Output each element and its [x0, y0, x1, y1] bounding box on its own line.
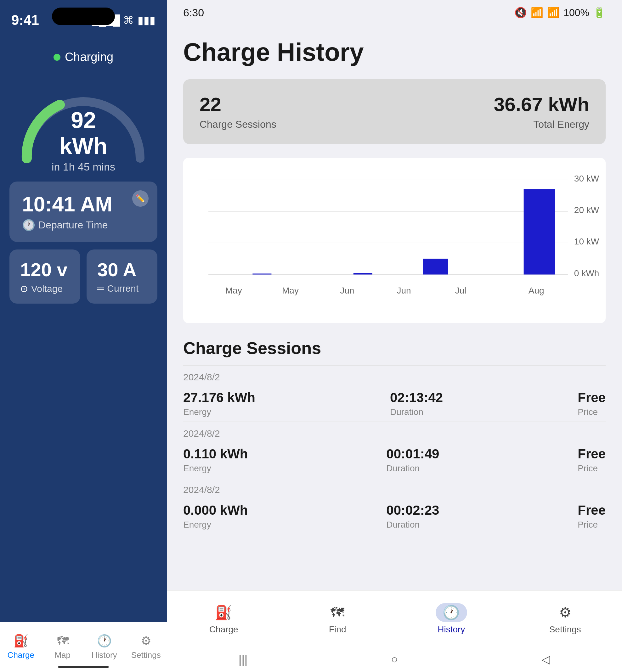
right-content[interactable]: Charge History 22 Charge Sessions 36.67 …: [167, 25, 622, 590]
android-battery-icon: 🔋: [593, 7, 606, 18]
status-time: 9:41: [11, 12, 39, 28]
session-3-price-value: Free: [578, 503, 606, 518]
nav-settings[interactable]: ⚙ Settings: [130, 634, 162, 660]
android-history-icon: 🕐: [443, 604, 460, 621]
android-status-bar: 6:30 🔇 📶 📶 100% 🔋: [167, 0, 622, 25]
current-icon: ═: [97, 283, 104, 294]
chart-svg: 30 kWh 20 kWh 10 kWh 0 kWh May May Jun: [189, 171, 599, 303]
svg-text:10 kWh: 10 kWh: [574, 236, 599, 246]
voltage-card: 120 v ⊙ Voltage: [9, 250, 80, 304]
clock-icon: 🕐: [22, 219, 35, 231]
nav-map[interactable]: 🗺 Map: [47, 634, 78, 660]
android-battery: 100%: [563, 7, 589, 18]
settings-nav-icon: ⚙: [141, 634, 151, 648]
android-recents-button[interactable]: ◁: [542, 653, 550, 666]
session-3-price-label: Price: [578, 520, 606, 530]
svg-text:30 kWh: 30 kWh: [574, 174, 599, 183]
svg-text:0 kWh: 0 kWh: [574, 268, 599, 278]
energy-label: Total Energy: [494, 119, 589, 130]
gauge-container: 92 kWh in 1h 45 mins: [11, 67, 156, 174]
right-panel: 6:30 🔇 📶 📶 100% 🔋 Charge History 22 Char…: [167, 0, 622, 672]
battery-icon: ▮▮▮: [138, 14, 156, 27]
current-card: 30 A ═ Current: [87, 250, 158, 304]
voltage-label-row: ⊙ Voltage: [20, 283, 70, 294]
left-panel: 9:41 ▂▄▆█ ⌘ ▮▮▮ Charging 92 kWh in 1h 45…: [0, 0, 167, 672]
svg-text:20 kWh: 20 kWh: [574, 205, 599, 215]
session-3-duration-label: Duration: [386, 520, 439, 530]
mute-icon: 🔇: [514, 7, 527, 18]
svg-text:Aug: Aug: [528, 286, 544, 295]
android-home-button[interactable]: ○: [391, 653, 398, 666]
session-3-duration: 00:02:23 Duration: [386, 503, 439, 530]
session-1-energy: 27.176 kWh Energy: [183, 390, 255, 417]
svg-text:Jul: Jul: [455, 286, 466, 295]
session-3-energy-label: Energy: [183, 520, 248, 530]
android-find-icon: 🗺: [331, 605, 344, 621]
edit-button[interactable]: ✏️: [132, 190, 148, 207]
departure-card: 10:41 AM 🕐 Departure Time ✏️: [9, 182, 158, 242]
android-settings-icon-wrap: ⚙: [549, 603, 581, 622]
android-wifi-icon: 📶: [531, 7, 543, 18]
bottom-nav-right: ⛽ Charge 🗺 Find 🕐 History ⚙ Settings: [167, 590, 622, 647]
session-date-3: 2024/8/2: [183, 478, 606, 498]
departure-time-value: 10:41 AM: [22, 192, 145, 216]
history-nav-icon: 🕐: [97, 634, 112, 648]
session-3-energy: 0.000 kWh Energy: [183, 503, 248, 530]
session-2-duration-value: 00:01:49: [386, 446, 439, 461]
android-history-icon-wrap: 🕐: [436, 603, 467, 622]
svg-text:May: May: [226, 286, 242, 295]
session-3-duration-value: 00:02:23: [386, 503, 439, 518]
charging-label: Charging: [65, 50, 113, 64]
chart-container: 30 kWh 20 kWh 10 kWh 0 kWh May May Jun: [183, 158, 606, 323]
android-nav-history[interactable]: 🕐 History: [423, 603, 480, 635]
session-2-energy-value: 0.110 kWh: [183, 446, 248, 461]
android-charge-label: Charge: [209, 625, 238, 635]
session-1-duration: 02:13:42 Duration: [390, 390, 443, 417]
sessions-stat: 22 Charge Sessions: [200, 93, 276, 130]
charging-indicator: Charging: [54, 50, 113, 64]
session-row-2: 0.110 kWh Energy 00:01:49 Duration Free …: [183, 442, 606, 478]
nav-charge[interactable]: ⛽ Charge: [5, 634, 36, 660]
android-back-button[interactable]: |||: [239, 653, 247, 666]
summary-card: 22 Charge Sessions 36.67 kWh Total Energ…: [183, 79, 606, 144]
gauge-kwh: 92 kWh: [47, 107, 119, 159]
android-charge-icon: ⛽: [215, 604, 232, 621]
gauge-center-text: 92 kWh in 1h 45 mins: [47, 107, 119, 173]
session-1-energy-label: Energy: [183, 407, 255, 417]
current-label-row: ═ Current: [97, 283, 147, 294]
android-time: 6:30: [183, 7, 204, 19]
session-2-energy-label: Energy: [183, 463, 248, 474]
session-2-duration: 00:01:49 Duration: [386, 446, 439, 474]
android-find-label: Find: [329, 625, 346, 635]
sessions-value: 22: [200, 93, 276, 115]
session-1-duration-label: Duration: [390, 407, 443, 417]
android-signal-icon: 📶: [547, 7, 560, 18]
session-2-price-value: Free: [578, 446, 606, 461]
gauge-time: in 1h 45 mins: [47, 161, 119, 173]
svg-rect-8: [252, 273, 271, 274]
wifi-icon: ⌘: [123, 14, 134, 27]
nav-history[interactable]: 🕐 History: [89, 634, 120, 660]
android-nav-charge[interactable]: ⛽ Charge: [196, 603, 252, 635]
android-nav-settings[interactable]: ⚙ Settings: [537, 603, 593, 635]
metrics-row: 120 v ⊙ Voltage 30 A ═ Current: [9, 250, 158, 304]
current-label: Current: [107, 283, 138, 294]
android-nav-find[interactable]: 🗺 Find: [309, 603, 366, 635]
settings-nav-label: Settings: [131, 650, 161, 660]
page-title: Charge History: [183, 38, 606, 67]
android-history-label: History: [438, 625, 465, 635]
session-2-price: Free Price: [578, 446, 606, 474]
charge-nav-icon: ⛽: [13, 634, 28, 648]
ios-status-bar: 9:41 ▂▄▆█ ⌘ ▮▮▮: [0, 0, 167, 32]
android-status-icons: 🔇 📶 📶 100% 🔋: [514, 7, 606, 18]
session-2-price-label: Price: [578, 463, 606, 474]
history-nav-label: History: [92, 650, 117, 660]
session-1-price-label: Price: [578, 407, 606, 417]
section-title: Charge Sessions: [183, 338, 606, 358]
session-date-2: 2024/8/2: [183, 421, 606, 442]
dynamic-island: [52, 7, 115, 25]
session-1-price: Free Price: [578, 390, 606, 417]
green-dot-icon: [54, 54, 61, 61]
map-nav-label: Map: [55, 650, 70, 660]
session-2-energy: 0.110 kWh Energy: [183, 446, 248, 474]
